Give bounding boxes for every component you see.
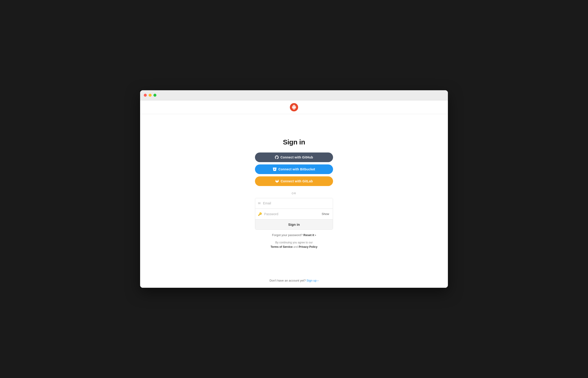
browser-content: Sign in Connect with GitHub Connect with (140, 100, 448, 288)
signup-section: Don't have an account yet? Sign up › (146, 279, 442, 282)
close-button[interactable] (144, 94, 147, 97)
divider-text: OR (292, 192, 297, 195)
sign-in-button[interactable]: Sign in (255, 219, 333, 230)
maximize-button[interactable] (153, 94, 156, 97)
bitbucket-icon (273, 167, 276, 171)
github-label: Connect with GitHub (280, 155, 313, 159)
minimize-button[interactable] (149, 94, 151, 97)
app-logo-icon (290, 103, 298, 111)
terms-of-service-link[interactable]: Terms of Service (271, 245, 293, 248)
gitlab-icon (275, 179, 279, 183)
email-field-container: ✉ (255, 198, 333, 209)
connect-bitbucket-button[interactable]: Connect with Bitbucket (255, 164, 333, 174)
traffic-lights (144, 94, 156, 97)
connect-gitlab-button[interactable]: Connect with GitLab (255, 176, 333, 186)
app-header (140, 100, 448, 114)
browser-titlebar (140, 90, 448, 100)
login-form: ✉ 🔑 Show Sign in (255, 198, 333, 230)
signup-arrow: › (317, 279, 318, 282)
oauth-buttons: Connect with GitHub Connect with Bitbuck… (255, 152, 333, 186)
reset-arrow: › (315, 233, 316, 237)
reset-password-link[interactable]: Reset it › (303, 233, 316, 237)
gitlab-label: Connect with GitLab (281, 179, 313, 183)
main-content: Sign in Connect with GitHub Connect with (140, 114, 448, 273)
email-input[interactable] (263, 202, 330, 205)
browser-window: Sign in Connect with GitHub Connect with (140, 90, 448, 288)
github-icon (275, 155, 279, 159)
forgot-password-section: Forgot your password? Reset it › (272, 233, 316, 237)
terms-section: By continuing you agree to our Terms of … (271, 241, 317, 249)
password-input[interactable] (264, 212, 321, 216)
connect-github-button[interactable]: Connect with GitHub (255, 152, 333, 162)
forgot-password-text: Forgot your password? (272, 233, 302, 237)
terms-and: and (293, 245, 298, 248)
privacy-policy-link[interactable]: Privacy Policy (299, 245, 317, 248)
bitbucket-label: Connect with Bitbucket (278, 167, 315, 171)
password-icon: 🔑 (258, 212, 262, 216)
terms-line1: By continuing you agree to our (271, 241, 317, 245)
terms-line2: Terms of Service and Privacy Policy (271, 245, 317, 249)
signup-link[interactable]: Sign up › (306, 279, 318, 282)
page-title: Sign in (283, 138, 305, 146)
sign-in-container: Sign in Connect with GitHub Connect with (255, 138, 333, 249)
footer: Don't have an account yet? Sign up › (140, 273, 448, 288)
divider: OR (255, 192, 333, 195)
email-icon: ✉ (258, 202, 261, 205)
show-password-button[interactable]: Show (321, 211, 330, 216)
password-field-container: 🔑 Show (255, 209, 333, 219)
no-account-text: Don't have an account yet? (270, 279, 306, 282)
